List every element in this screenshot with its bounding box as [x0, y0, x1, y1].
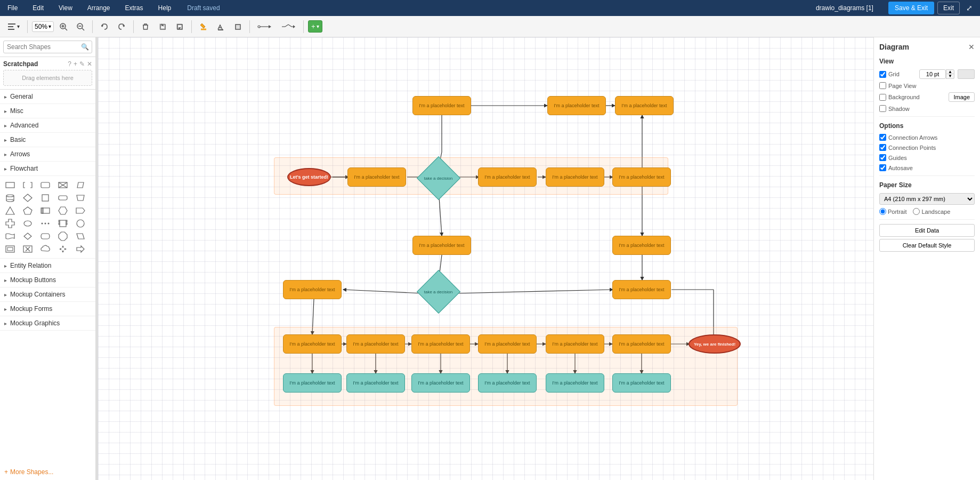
- shape-chevron-right[interactable]: [75, 205, 86, 217]
- menu-item-view[interactable]: View: [55, 2, 76, 14]
- shape-arrows-box[interactable]: [57, 243, 69, 255]
- sidebar-item-flowchart[interactable]: Flowchart: [0, 162, 95, 176]
- sidebar-item-mockup-buttons[interactable]: Mockup Buttons: [0, 273, 95, 287]
- canvas-area[interactable]: I'm a placeholder text I'm a placeholder…: [98, 37, 873, 480]
- panel-close-icon[interactable]: ✕: [968, 43, 975, 51]
- sidebar-item-misc[interactable]: Misc: [0, 104, 95, 118]
- menu-item-file[interactable]: File: [4, 2, 21, 14]
- shape-cross[interactable]: [4, 218, 16, 229]
- zoom-control[interactable]: 50% ▾: [32, 21, 54, 32]
- sidebar-item-basic[interactable]: Basic: [0, 133, 95, 147]
- shape-process-open[interactable]: [22, 179, 34, 191]
- undo-button[interactable]: [97, 20, 112, 33]
- shape-rect-inner[interactable]: [4, 243, 16, 255]
- node-n1[interactable]: I'm a placeholder text: [412, 96, 471, 115]
- grid-spin-down[interactable]: ▼: [946, 74, 954, 79]
- shape-bordered-rect[interactable]: [39, 205, 51, 217]
- shape-xor[interactable]: [57, 179, 69, 191]
- canvas[interactable]: I'm a placeholder text I'm a placeholder…: [98, 37, 873, 480]
- shape-arrow-right-box[interactable]: [75, 243, 86, 255]
- node-n17[interactable]: I'm a placeholder text: [411, 334, 470, 354]
- node-n24[interactable]: I'm a placeholder text: [411, 373, 470, 393]
- edit-data-button[interactable]: Edit Data: [879, 224, 975, 237]
- shape-cloud[interactable]: [39, 243, 51, 255]
- sidebar-item-general[interactable]: General: [0, 90, 95, 104]
- connection-points-checkbox[interactable]: [879, 144, 886, 151]
- guides-checkbox[interactable]: [879, 154, 886, 161]
- sidebar-item-mockup-containers[interactable]: Mockup Containers: [0, 287, 95, 302]
- shape-rect[interactable]: [39, 179, 51, 191]
- node-n20[interactable]: I'm a placeholder text: [612, 334, 671, 354]
- sidebar-item-arrows[interactable]: Arrows: [0, 147, 95, 162]
- shape-xmark[interactable]: [22, 243, 34, 255]
- node-n13[interactable]: take a decision: [417, 270, 460, 314]
- clear-style-button[interactable]: Clear Default Style: [879, 239, 975, 252]
- node-n10[interactable]: I'm a placeholder text: [412, 236, 471, 255]
- connector-button[interactable]: [254, 20, 276, 33]
- node-n3[interactable]: I'm a placeholder text: [615, 96, 674, 115]
- format-button[interactable]: ▾: [4, 20, 23, 33]
- shape-diamond[interactable]: [22, 192, 34, 204]
- scratchpad-close-icon[interactable]: ✕: [87, 60, 92, 68]
- node-n18[interactable]: I'm a placeholder text: [478, 334, 537, 354]
- to-back-button[interactable]: [172, 20, 187, 33]
- scratchpad-edit-icon[interactable]: ✎: [79, 60, 85, 68]
- shape-rect-rounded[interactable]: [57, 192, 69, 204]
- shape-diamond-small[interactable]: [22, 230, 34, 242]
- node-n4[interactable]: Let's get started!: [287, 168, 331, 186]
- shape-circle[interactable]: [75, 218, 86, 229]
- shape-hexagon[interactable]: [57, 205, 69, 217]
- maximize-button[interactable]: ⤢: [963, 2, 976, 14]
- insert-button[interactable]: + ▾: [308, 20, 322, 33]
- sidebar-item-mockup-graphics[interactable]: Mockup Graphics: [0, 316, 95, 331]
- node-n8[interactable]: I'm a placeholder text: [546, 167, 604, 187]
- node-n23[interactable]: I'm a placeholder text: [346, 373, 405, 393]
- node-n7[interactable]: I'm a placeholder text: [478, 167, 537, 187]
- scratchpad-add-icon[interactable]: +: [74, 60, 77, 68]
- shape-pentagon[interactable]: [22, 205, 34, 217]
- landscape-radio[interactable]: [913, 208, 920, 215]
- node-n2[interactable]: I'm a placeholder text: [547, 96, 606, 115]
- search-input[interactable]: [3, 41, 92, 53]
- node-n26[interactable]: I'm a placeholder text: [546, 373, 604, 393]
- more-shapes-button[interactable]: + More Shapes...: [0, 464, 95, 480]
- node-n16[interactable]: I'm a placeholder text: [346, 334, 405, 354]
- node-n5[interactable]: I'm a placeholder text: [347, 167, 406, 187]
- image-button[interactable]: Image: [949, 92, 975, 102]
- node-n12[interactable]: I'm a placeholder text: [283, 280, 342, 299]
- scratchpad-help-icon[interactable]: ?: [68, 60, 71, 68]
- sidebar-item-mockup-forms[interactable]: Mockup Forms: [0, 302, 95, 316]
- to-front-button[interactable]: [155, 20, 170, 33]
- grid-checkbox[interactable]: [879, 71, 886, 78]
- background-checkbox[interactable]: [879, 94, 886, 101]
- autosave-checkbox[interactable]: [879, 164, 886, 171]
- node-n15[interactable]: I'm a placeholder text: [283, 334, 342, 354]
- shape-ellipse[interactable]: [22, 218, 34, 229]
- grid-value-input[interactable]: [919, 69, 946, 79]
- portrait-radio[interactable]: [879, 208, 886, 215]
- node-n9[interactable]: I'm a placeholder text: [612, 167, 671, 187]
- node-n11[interactable]: I'm a placeholder text: [612, 236, 671, 255]
- page-view-checkbox[interactable]: [879, 82, 886, 89]
- shape-wavy-rect[interactable]: [4, 230, 16, 242]
- node-n22[interactable]: I'm a placeholder text: [283, 373, 342, 393]
- shape-parallelogram2[interactable]: [75, 230, 86, 242]
- shape-stadium[interactable]: [39, 230, 51, 242]
- node-n21[interactable]: Yey, we are finished!: [689, 334, 741, 354]
- paper-size-select[interactable]: A4 (210 mm x 297 mm): [879, 193, 975, 205]
- sidebar-item-entity-relation[interactable]: Entity Relation: [0, 259, 95, 273]
- node-n25[interactable]: I'm a placeholder text: [478, 373, 537, 393]
- zoom-in-button[interactable]: [56, 20, 71, 33]
- shape-octagon[interactable]: [57, 230, 69, 242]
- exit-button[interactable]: Exit: [937, 2, 960, 14]
- shape-trapezoid[interactable]: [75, 192, 86, 204]
- menu-item-extras[interactable]: Extras: [122, 2, 147, 14]
- shadow-button[interactable]: [230, 20, 245, 33]
- menu-item-arrange[interactable]: Arrange: [84, 2, 114, 14]
- delete-button[interactable]: [138, 20, 153, 33]
- grid-color-box[interactable]: [958, 69, 975, 79]
- fill-color-button[interactable]: [196, 20, 211, 33]
- sidebar-item-advanced[interactable]: Advanced: [0, 118, 95, 133]
- menu-item-help[interactable]: Help: [155, 2, 175, 14]
- shape-process[interactable]: [4, 179, 16, 191]
